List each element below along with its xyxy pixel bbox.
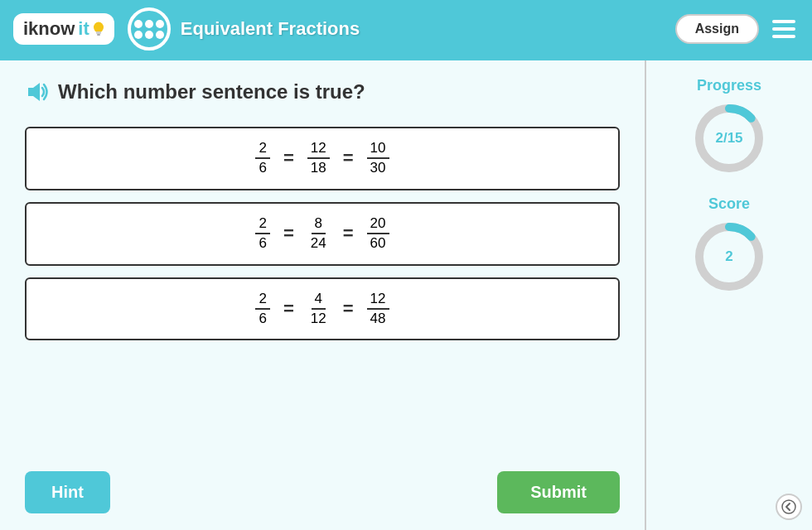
- back-icon: [781, 499, 796, 514]
- equals-sign: =: [283, 147, 294, 169]
- svg-rect-2: [97, 34, 100, 36]
- equals-sign: =: [343, 223, 354, 244]
- fraction-expression-3: 2 6 = 4 12 = 12 48: [255, 291, 389, 328]
- score-donut: 2: [692, 219, 766, 294]
- dot: [134, 20, 143, 28]
- fraction-expression-1: 2 6 = 12 18 = 10 30: [255, 140, 389, 177]
- speaker-icon[interactable]: [25, 81, 50, 103]
- left-panel: Which number sentence is true? 2 6 = 12 …: [0, 60, 646, 530]
- fraction-den: 60: [367, 234, 389, 252]
- equals-sign: =: [283, 223, 294, 244]
- progress-donut: 2/15: [692, 101, 766, 176]
- hint-button[interactable]: Hint: [25, 471, 110, 513]
- fraction-den: 12: [307, 310, 330, 327]
- menu-bar: [772, 35, 795, 38]
- fraction-num: 2: [255, 215, 269, 234]
- svg-rect-1: [96, 31, 101, 34]
- menu-bar: [772, 20, 795, 23]
- fraction-num: 10: [367, 140, 389, 159]
- fraction-2a: 2 6: [255, 215, 269, 253]
- fraction-expression-2: 2 6 = 8 24 = 20 60: [255, 215, 389, 253]
- fraction-1c: 10 30: [367, 140, 389, 177]
- progress-value: 2/15: [715, 130, 742, 147]
- option-2[interactable]: 2 6 = 8 24 = 20 60: [25, 202, 620, 266]
- fraction-den: 6: [255, 234, 269, 252]
- fraction-num: 20: [367, 215, 389, 234]
- dot: [145, 20, 153, 28]
- fraction-1b: 12 18: [307, 140, 330, 177]
- dot: [145, 31, 153, 39]
- equals-sign: =: [343, 147, 354, 169]
- equals-sign: =: [343, 298, 354, 320]
- fraction-num: 12: [307, 140, 330, 159]
- fraction-2b: 8 24: [307, 215, 330, 253]
- header: iknowit Equivalent Fractions Assign: [0, 0, 812, 58]
- score-label: Score: [708, 195, 750, 213]
- progress-label: Progress: [697, 77, 761, 94]
- fraction-3a: 2 6: [255, 291, 269, 328]
- logo: iknowit: [13, 13, 114, 45]
- fraction-den: 6: [255, 159, 269, 176]
- dot: [156, 31, 164, 39]
- right-panel: Progress 2/15 Score: [646, 60, 812, 530]
- score-value: 2: [725, 248, 732, 265]
- assign-button[interactable]: Assign: [675, 14, 759, 44]
- fraction-den: 18: [307, 159, 330, 176]
- submit-button[interactable]: Submit: [497, 471, 620, 513]
- fraction-3c: 12 48: [367, 291, 389, 328]
- svg-marker-3: [28, 83, 40, 101]
- progress-widget: Progress 2/15: [692, 77, 766, 176]
- score-widget: Score 2: [692, 195, 766, 294]
- dot: [156, 20, 164, 28]
- fraction-den: 30: [367, 159, 389, 176]
- menu-button[interactable]: [769, 17, 799, 41]
- fraction-3b: 4 12: [307, 291, 330, 328]
- fraction-num: 2: [255, 291, 269, 310]
- logo-text-iknow: iknow: [23, 18, 75, 40]
- options-container: 2 6 = 12 18 = 10 30: [25, 127, 620, 455]
- bulb-icon: [93, 22, 104, 36]
- activity-title: Equivalent Fractions: [181, 18, 360, 40]
- question-header: Which number sentence is true?: [25, 80, 620, 104]
- svg-point-8: [782, 500, 795, 513]
- option-1[interactable]: 2 6 = 12 18 = 10 30: [25, 127, 620, 190]
- bottom-bar: Hint Submit: [25, 471, 620, 513]
- option-3[interactable]: 2 6 = 4 12 = 12 48: [25, 277, 620, 341]
- fraction-num: 12: [367, 291, 389, 310]
- fraction-den: 6: [255, 310, 269, 327]
- back-button[interactable]: [776, 494, 802, 520]
- fraction-num: 8: [312, 215, 326, 234]
- svg-point-0: [94, 22, 104, 33]
- dots-grid: [134, 20, 164, 39]
- header-right: Assign: [675, 14, 799, 44]
- fraction-num: 2: [255, 140, 269, 159]
- main-content: Which number sentence is true? 2 6 = 12 …: [0, 58, 812, 530]
- equals-sign: =: [283, 298, 294, 320]
- fraction-num: 4: [312, 291, 326, 310]
- fraction-1a: 2 6: [255, 140, 269, 177]
- menu-bar: [772, 27, 795, 31]
- logo-text-it: it: [78, 18, 89, 40]
- dot: [134, 31, 143, 39]
- fraction-den: 24: [307, 234, 330, 252]
- activity-icon: [128, 7, 171, 51]
- question-text: Which number sentence is true?: [58, 80, 365, 104]
- fraction-den: 48: [367, 310, 389, 327]
- fraction-2c: 20 60: [367, 215, 389, 253]
